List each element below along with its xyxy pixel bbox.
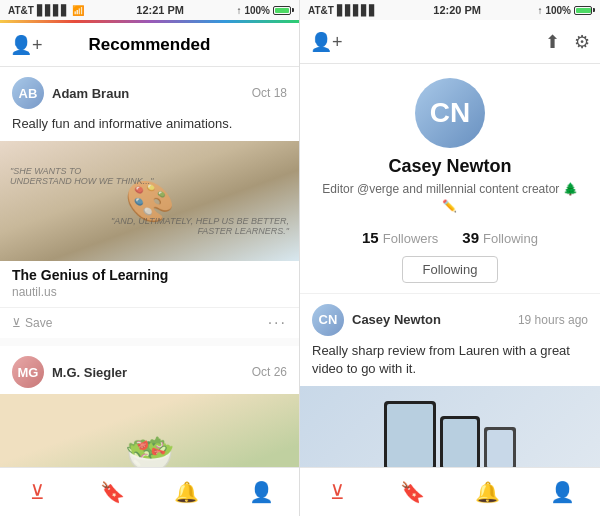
wifi-left: 📶 (72, 5, 84, 16)
avatar-casey-small: CN (312, 304, 344, 336)
bookmark-icon-left: 🔖 (100, 480, 125, 504)
gps-left: ↑ (236, 5, 241, 16)
battery-icon-left (273, 6, 291, 15)
settings-icon[interactable]: ⚙ (574, 31, 590, 53)
bookmark-icon-right: 🔖 (400, 480, 425, 504)
time-right: 12:20 PM (433, 4, 481, 16)
tab-home-right[interactable]: ⊻ (300, 468, 375, 516)
pcard-author: Casey Newton (352, 312, 510, 327)
save-button-card1[interactable]: ⊻ Save (12, 316, 52, 330)
bell-icon-left: 🔔 (174, 480, 199, 504)
battery-pct-left: 100% (244, 5, 270, 16)
profile-header: CN Casey Newton Editor @verge and millen… (300, 64, 600, 294)
left-panel: AT&T ▋▋▋▋ 📶 12:21 PM ↑ 100% 👤+ Recommend… (0, 0, 300, 516)
pcard-text: Really sharp review from Lauren with a g… (300, 342, 600, 386)
ipad-image (300, 386, 600, 467)
profile-bio-text: Editor @verge and millennial content cre… (322, 182, 559, 196)
page-title-left: Recommended (89, 35, 211, 55)
add-person-icon-left[interactable]: 👤+ (10, 34, 43, 56)
status-bar-right: AT&T ▋▋▋▋▋ 12:20 PM ↑ 100% (300, 0, 600, 20)
feed-left: AB Adam Braun Oct 18 Really fun and info… (0, 67, 299, 467)
status-bar-left: AT&T ▋▋▋▋ 📶 12:21 PM ↑ 100% (0, 0, 299, 20)
feed-card-1: AB Adam Braun Oct 18 Really fun and info… (0, 67, 299, 338)
text-card1: Really fun and informative animations. (0, 115, 299, 141)
feed-card-2: MG M.G. Siegler Oct 26 How Salad Can Mak… (0, 346, 299, 467)
pcard-time: 19 hours ago (518, 313, 588, 327)
battery-pct-right: 100% (545, 5, 571, 16)
image-card2 (0, 394, 299, 467)
tab-bell-right[interactable]: 🔔 (450, 468, 525, 516)
avatar-adam: AB (12, 77, 44, 109)
link-title-card1[interactable]: The Genius of Learning (0, 261, 299, 285)
followers-count: 15 (362, 229, 379, 246)
date-card2: Oct 26 (252, 365, 287, 379)
following-button[interactable]: Following (402, 256, 499, 283)
home-icon-left: ⊻ (30, 480, 45, 504)
profile-name: Casey Newton (388, 156, 511, 177)
battery-icon-right (574, 6, 592, 15)
link-domain-card1: nautil.us (0, 285, 299, 307)
profile-avatar: CN (415, 78, 485, 148)
carrier-left: AT&T (8, 5, 34, 16)
tab-bookmark-right[interactable]: 🔖 (375, 468, 450, 516)
right-panel: AT&T ▋▋▋▋▋ 12:20 PM ↑ 100% 👤+ ⬆ ⚙ CN Cas… (300, 0, 600, 516)
signal-right: ▋▋▋▋▋ (337, 5, 377, 16)
add-person-icon-right[interactable]: 👤+ (310, 31, 343, 53)
bell-icon-right: 🔔 (475, 480, 500, 504)
avatar-mg: MG (12, 356, 44, 388)
signal-left: ▋▋▋▋ (37, 5, 69, 16)
home-icon-right: ⊻ (330, 480, 345, 504)
more-options-card1[interactable]: ··· (268, 314, 287, 332)
image-card1: "SHE WANTS TOUNDERSTAND HOW WE THINK..."… (0, 141, 299, 261)
date-card1: Oct 18 (252, 86, 287, 100)
followers-label: Followers (383, 231, 439, 246)
profile-nav: 👤+ ⬆ ⚙ (300, 20, 600, 64)
tab-bookmark-left[interactable]: 🔖 (75, 468, 150, 516)
save-icon: ⊻ (12, 316, 21, 330)
author-adam: Adam Braun (52, 86, 244, 101)
following-count: 39 (462, 229, 479, 246)
following-label: Following (483, 231, 538, 246)
carrier-right: AT&T (308, 5, 334, 16)
profile-card-1: CN Casey Newton 19 hours ago Really shar… (300, 294, 600, 467)
person-icon-left: 👤 (249, 480, 274, 504)
author-mg: M.G. Siegler (52, 365, 244, 380)
tab-bar-right: ⊻ 🔖 🔔 👤 (300, 467, 600, 516)
gps-right: ↑ (537, 5, 542, 16)
save-label: Save (25, 316, 52, 330)
tab-home-left[interactable]: ⊻ (0, 468, 75, 516)
following-stat: 39 Following (462, 229, 538, 246)
tab-person-left[interactable]: 👤 (224, 468, 299, 516)
share-icon[interactable]: ⬆ (545, 31, 560, 53)
profile-stats: 15 Followers 39 Following (362, 229, 538, 246)
followers-stat: 15 Followers (362, 229, 438, 246)
tab-bell-left[interactable]: 🔔 (150, 468, 225, 516)
person-icon-right: 👤 (550, 480, 575, 504)
nav-bar-left: 👤+ Recommended (0, 23, 299, 67)
tab-bar-left: ⊻ 🔖 🔔 👤 (0, 467, 299, 516)
time-left: 12:21 PM (136, 4, 184, 16)
profile-feed: CN Casey Newton 19 hours ago Really shar… (300, 294, 600, 467)
tab-person-right[interactable]: 👤 (525, 468, 600, 516)
